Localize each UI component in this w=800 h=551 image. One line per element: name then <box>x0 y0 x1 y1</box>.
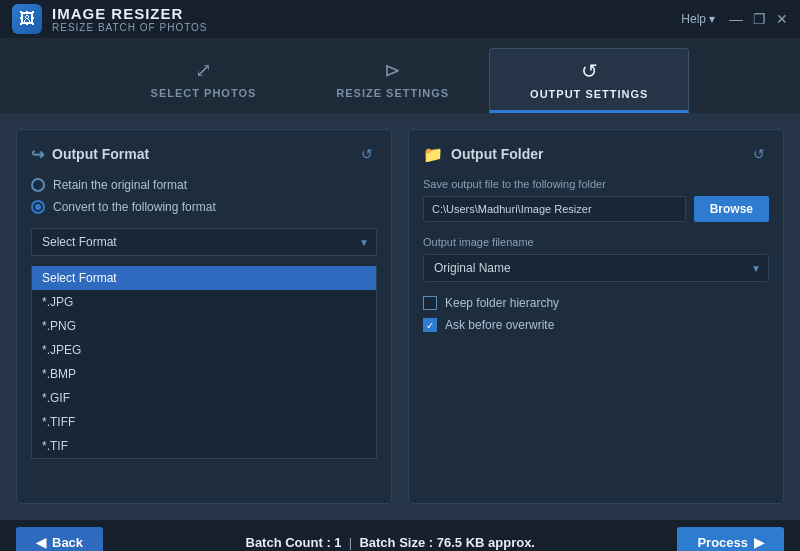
tab-resize-settings[interactable]: ⊳ RESIZE SETTINGS <box>296 48 489 113</box>
back-button[interactable]: ◀ Back <box>16 527 103 552</box>
output-folder-title: Output Folder <box>451 146 544 162</box>
help-button[interactable]: Help ▾ <box>681 12 715 26</box>
batch-info: Batch Count : 1 | Batch Size : 76.5 KB a… <box>246 535 535 550</box>
resize-settings-label: RESIZE SETTINGS <box>336 87 449 99</box>
ask-overwrite-label: Ask before overwrite <box>445 318 554 332</box>
format-dropdown-list: Select Format *.JPG *.PNG *.JPEG *.BMP *… <box>31 266 377 459</box>
format-option-bmp[interactable]: *.BMP <box>32 362 376 386</box>
filename-select-value: Original Name <box>434 261 511 275</box>
filename-select[interactable]: Original Name <box>423 254 769 282</box>
convert-radio-circle <box>31 200 45 214</box>
format-select-wrapper: Select Format ▼ <box>31 228 377 256</box>
app-title-block: IMAGE RESIZER RESIZE BATCH OF PHOTOS <box>52 5 208 33</box>
retain-original-label: Retain the original format <box>53 178 187 192</box>
restore-button[interactable]: ❐ <box>753 12 766 26</box>
output-settings-label: OUTPUT SETTINGS <box>530 88 648 100</box>
title-bar-right: Help ▾ — ❐ ✕ <box>681 12 788 26</box>
batch-count-value: 1 <box>334 535 341 550</box>
output-format-header: ↪ Output Format ↺ <box>31 144 377 164</box>
output-folder-panel: 📁 Output Folder ↺ Save output file to th… <box>408 129 784 504</box>
filename-label: Output image filename <box>423 236 769 248</box>
ask-overwrite-check-item[interactable]: ✓ Ask before overwrite <box>423 318 769 332</box>
title-bar: 🖼 IMAGE RESIZER RESIZE BATCH OF PHOTOS H… <box>0 0 800 38</box>
back-icon: ◀ <box>36 535 46 550</box>
nav-tabs: ⤢ SELECT PHOTOS ⊳ RESIZE SETTINGS ↺ OUTP… <box>0 38 800 113</box>
filename-select-wrapper: Original Name ▼ <box>423 254 769 282</box>
folder-path-input[interactable] <box>423 196 686 222</box>
app-icon: 🖼 <box>12 4 42 34</box>
tab-output-settings[interactable]: ↺ OUTPUT SETTINGS <box>489 48 689 113</box>
output-folder-icon: 📁 <box>423 145 443 164</box>
status-bar: ◀ Back Batch Count : 1 | Batch Size : 76… <box>0 520 800 551</box>
folder-path-row: Browse <box>423 196 769 222</box>
output-format-icon: ↪ <box>31 145 44 164</box>
output-folder-reset-button[interactable]: ↺ <box>749 144 769 164</box>
close-button[interactable]: ✕ <box>776 12 788 26</box>
main-content: ↪ Output Format ↺ Retain the original fo… <box>0 113 800 520</box>
select-photos-icon: ⤢ <box>195 58 212 82</box>
resize-settings-icon: ⊳ <box>384 58 401 82</box>
ask-overwrite-checkbox[interactable]: ✓ <box>423 318 437 332</box>
retain-original-radio[interactable]: Retain the original format <box>31 178 377 192</box>
minimize-button[interactable]: — <box>729 12 743 26</box>
tab-select-photos[interactable]: ⤢ SELECT PHOTOS <box>111 48 297 113</box>
window-controls: — ❐ ✕ <box>729 12 788 26</box>
format-select-box[interactable]: Select Format <box>31 228 377 256</box>
format-radio-group: Retain the original format Convert to th… <box>31 178 377 214</box>
keep-hierarchy-label: Keep folder hierarchy <box>445 296 559 310</box>
format-option-tiff[interactable]: *.TIFF <box>32 410 376 434</box>
batch-count-label: Batch Count : <box>246 535 331 550</box>
convert-format-radio[interactable]: Convert to the following format <box>31 200 377 214</box>
back-label: Back <box>52 535 83 550</box>
convert-format-label: Convert to the following format <box>53 200 216 214</box>
output-settings-icon: ↺ <box>581 59 598 83</box>
process-label: Process <box>697 535 748 550</box>
process-button[interactable]: Process ▶ <box>677 527 784 552</box>
batch-size-value: 76.5 KB approx. <box>437 535 535 550</box>
checkbox-group: Keep folder hierarchy ✓ Ask before overw… <box>423 296 769 332</box>
output-format-title: Output Format <box>52 146 149 162</box>
output-format-reset-button[interactable]: ↺ <box>357 144 377 164</box>
format-option-jpg[interactable]: *.JPG <box>32 290 376 314</box>
app-subtitle: RESIZE BATCH OF PHOTOS <box>52 22 208 33</box>
output-format-panel: ↪ Output Format ↺ Retain the original fo… <box>16 129 392 504</box>
title-bar-left: 🖼 IMAGE RESIZER RESIZE BATCH OF PHOTOS <box>12 4 208 34</box>
retain-radio-circle <box>31 178 45 192</box>
app-title: IMAGE RESIZER <box>52 5 208 22</box>
output-folder-header: 📁 Output Folder ↺ <box>423 144 769 164</box>
batch-size-label: Batch Size : <box>359 535 433 550</box>
format-select-value: Select Format <box>42 235 117 249</box>
format-option-tif[interactable]: *.TIF <box>32 434 376 458</box>
format-option-gif[interactable]: *.GIF <box>32 386 376 410</box>
format-option-jpeg[interactable]: *.JPEG <box>32 338 376 362</box>
save-folder-label: Save output file to the following folder <box>423 178 769 190</box>
select-photos-label: SELECT PHOTOS <box>151 87 257 99</box>
keep-hierarchy-check-item[interactable]: Keep folder hierarchy <box>423 296 769 310</box>
browse-button[interactable]: Browse <box>694 196 769 222</box>
keep-hierarchy-checkbox[interactable] <box>423 296 437 310</box>
format-option-select-format[interactable]: Select Format <box>32 266 376 290</box>
format-option-png[interactable]: *.PNG <box>32 314 376 338</box>
process-icon: ▶ <box>754 535 764 550</box>
